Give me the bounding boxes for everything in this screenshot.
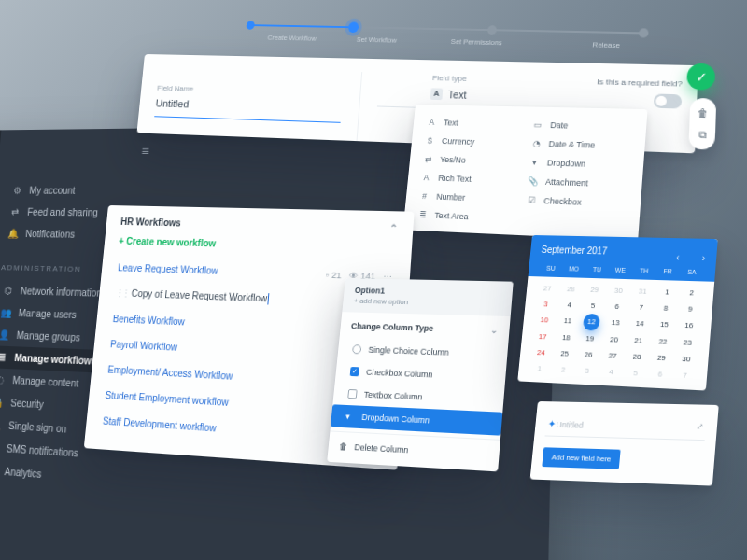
field-type-date[interactable]: ▭Date xyxy=(531,120,633,133)
field-type-dropdown[interactable]: ▾Dropdown xyxy=(529,158,630,171)
create-workflow-button[interactable]: + Create new workflow xyxy=(119,236,397,254)
field-type-attachment[interactable]: 📎Attachment xyxy=(527,176,629,189)
field-type-rich-text[interactable]: ARich Text xyxy=(420,173,518,186)
field-type-number[interactable]: #Number xyxy=(418,191,516,204)
calendar-day: 3 xyxy=(574,366,599,375)
calendar-day[interactable]: 20 xyxy=(601,335,627,344)
calendar-day: 31 xyxy=(630,287,655,296)
type-icon: A xyxy=(426,118,438,127)
step-2-dot[interactable] xyxy=(348,21,359,33)
calendar-day[interactable]: 7 xyxy=(628,302,654,312)
field-name-input[interactable]: Untitled xyxy=(154,92,342,123)
type-icon: ≣ xyxy=(416,210,429,220)
calendar-day[interactable]: 11 xyxy=(556,316,580,327)
duplicate-icon[interactable]: ⧉ xyxy=(693,127,711,144)
calendar-day[interactable]: 4 xyxy=(557,301,582,310)
calendar-day[interactable]: 15 xyxy=(652,320,677,330)
stat-count: ▫21 xyxy=(325,270,341,280)
type-icon: ▾ xyxy=(529,158,542,168)
step-1-label: Create Workflow xyxy=(245,33,340,43)
add-option-button[interactable]: + add new option xyxy=(353,297,500,309)
calendar-dow: TU xyxy=(585,266,610,273)
calendar-day: 29 xyxy=(583,286,607,295)
calendar-day[interactable]: 5 xyxy=(581,301,605,311)
sidebar-icon: 🔔 xyxy=(7,229,19,239)
calendar-day[interactable]: 1 xyxy=(655,287,680,297)
calendar-day: 5 xyxy=(623,369,648,378)
type-icon: ⇄ xyxy=(422,154,434,163)
calendar-day[interactable]: 27 xyxy=(600,351,626,360)
field-type-text[interactable]: AText xyxy=(426,118,524,129)
calendar-day[interactable]: 30 xyxy=(673,354,698,363)
workflow-stepper: Create Workflow Set Workflow Set Permiss… xyxy=(245,16,649,50)
calendar-day[interactable]: 19 xyxy=(578,334,602,343)
calendar-day[interactable]: 26 xyxy=(576,350,601,359)
calendar-dow: TH xyxy=(632,267,656,274)
collapse-icon[interactable]: ⌃ xyxy=(389,223,398,234)
calendar-day[interactable]: 25 xyxy=(553,349,577,358)
drag-handle-icon[interactable]: ⋮⋮ xyxy=(115,287,128,298)
field-type-currency[interactable]: $Currency xyxy=(424,136,522,148)
calendar-dow: SA xyxy=(680,269,704,276)
step-4-dot[interactable] xyxy=(639,28,649,37)
calendar-day: 1 xyxy=(528,364,552,373)
calendar-dow: WE xyxy=(608,267,632,274)
checkbox-icon: ✓ xyxy=(350,367,359,376)
expand-icon[interactable]: ⤢ xyxy=(696,422,704,434)
type-icon: ☑ xyxy=(525,195,538,205)
field-type-yes-no[interactable]: ⇄Yes/No xyxy=(422,154,520,166)
type-icon: 📎 xyxy=(527,176,540,187)
calendar-day[interactable]: 13 xyxy=(603,318,628,329)
chevron-down-icon[interactable]: ⌄ xyxy=(490,326,499,335)
calendar-day[interactable]: 21 xyxy=(626,336,651,345)
calendar-day[interactable]: 2 xyxy=(679,288,704,298)
sidebar-icon: ◌ xyxy=(0,374,6,385)
dropdown-icon: ▾ xyxy=(345,412,356,422)
delete-icon[interactable]: 🗑 xyxy=(694,104,712,120)
calendar-day[interactable]: 23 xyxy=(675,338,700,347)
date-picker: September 2017 ‹ › SUMOTUWETHFRSA 272829… xyxy=(517,235,718,391)
field-type-text-area[interactable]: ≣Text Area xyxy=(416,210,514,224)
menu-icon[interactable]: ≡ xyxy=(11,144,150,160)
calendar-day[interactable]: 12 xyxy=(583,314,600,331)
sidebar-icon: 👥 xyxy=(0,307,12,318)
textbox-icon xyxy=(347,389,358,399)
field-type-date-time[interactable]: ◔Date & Time xyxy=(529,139,631,151)
calendar-day[interactable]: 6 xyxy=(605,302,630,312)
calendar-day[interactable]: 24 xyxy=(529,348,553,357)
text-type-icon: A xyxy=(430,88,443,100)
step-1-dot[interactable] xyxy=(246,21,255,30)
calendar-day: 4 xyxy=(599,367,624,376)
calendar-day[interactable]: 10 xyxy=(532,315,557,326)
calendar-dow: SU xyxy=(539,265,562,273)
new-field-input[interactable]: ✦ Untitled ⤢ xyxy=(545,413,707,441)
calendar-day[interactable]: 17 xyxy=(530,332,555,342)
calendar-dow: MO xyxy=(562,265,585,273)
calendar-day[interactable]: 29 xyxy=(649,353,674,362)
required-toggle[interactable] xyxy=(654,94,683,109)
sidebar-icon: ⚙ xyxy=(11,186,22,196)
field-type-checkbox[interactable]: ☑Checkbox xyxy=(525,195,627,209)
type-icon: ▭ xyxy=(531,120,544,130)
type-icon: # xyxy=(418,191,430,201)
calendar-day[interactable]: 28 xyxy=(625,352,650,361)
sidebar-item-my-account[interactable]: ⚙My account xyxy=(7,180,148,203)
calendar-day[interactable]: 8 xyxy=(653,303,678,313)
step-2-label: Set Workflow xyxy=(328,35,427,45)
step-4-label: Release xyxy=(553,40,661,51)
calendar-day[interactable]: 3 xyxy=(534,300,558,309)
column-type-menu: Option1 + add new option Change Column T… xyxy=(327,278,514,471)
calendar-day[interactable]: 22 xyxy=(650,337,675,346)
calendar-day[interactable]: 9 xyxy=(678,304,703,314)
confirm-button[interactable]: ✓ xyxy=(686,63,715,91)
step-3-dot[interactable] xyxy=(487,25,497,35)
calendar-day[interactable]: 14 xyxy=(627,319,653,329)
calendar-prev[interactable]: ‹ xyxy=(676,252,680,262)
new-field-card: ✦ Untitled ⤢ Add new field here xyxy=(530,401,719,486)
calendar-day: 6 xyxy=(647,370,672,380)
add-field-button[interactable]: Add new field here xyxy=(542,447,621,469)
calendar-day[interactable]: 18 xyxy=(554,333,578,343)
calendar-day[interactable]: 16 xyxy=(676,320,701,330)
field-type-dropdown: AText▭Date$Currency◔Date & Time⇄Yes/No▾D… xyxy=(402,105,647,241)
calendar-next[interactable]: › xyxy=(701,253,705,263)
